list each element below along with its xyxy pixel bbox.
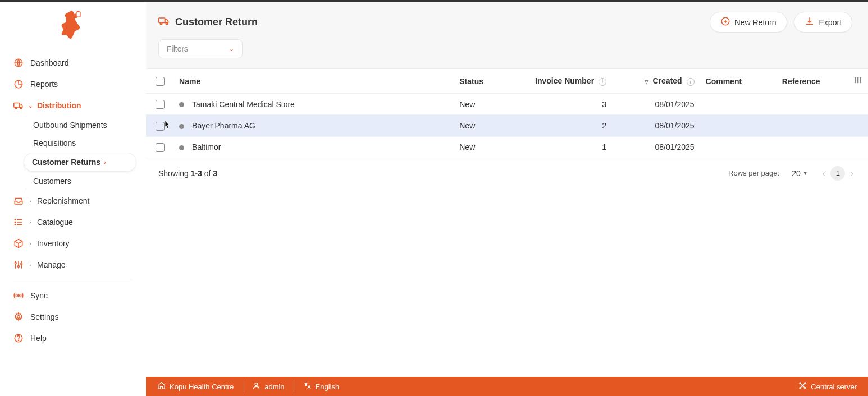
- cell-name: Bayer Pharma AG: [192, 121, 255, 130]
- info-icon[interactable]: i: [687, 78, 695, 86]
- table-row[interactable]: Tamaki Central Medical Store New 3 08/01…: [146, 94, 868, 115]
- sort-desc-icon: ▽: [645, 79, 648, 85]
- showing-text: Showing 1-3 of 3: [158, 169, 217, 178]
- subnav-label: Requisitions: [33, 139, 76, 148]
- subnav-outbound-shipments[interactable]: Outbound Shipments: [26, 116, 140, 134]
- filters-dropdown[interactable]: Filters ⌄: [158, 39, 243, 58]
- svg-point-19: [18, 295, 20, 297]
- main-content: Customer Return New Return Export: [146, 2, 868, 396]
- subnav-customers[interactable]: Customers: [26, 172, 140, 190]
- home-icon: [157, 381, 166, 392]
- app-logo: [0, 10, 146, 52]
- nav-label: Reports: [30, 80, 58, 89]
- pagination-controls: Rows per page: 20 ▼ ‹ 1 ›: [728, 166, 856, 181]
- app-root: Dashboard Reports ⌄ Distribution Outboun…: [0, 2, 868, 396]
- col-created-header[interactable]: ▽ Created i: [612, 69, 700, 94]
- select-all-checkbox[interactable]: [156, 77, 165, 86]
- nav-inventory[interactable]: › Inventory: [6, 233, 140, 254]
- column-settings-button[interactable]: [848, 69, 868, 94]
- caret-down-icon: ▼: [803, 171, 808, 176]
- svg-point-25: [166, 22, 167, 24]
- subnav-requisitions[interactable]: Requisitions: [26, 134, 140, 152]
- nav-manage[interactable]: › Manage: [6, 254, 140, 275]
- svg-point-20: [17, 316, 20, 319]
- nav-dashboard[interactable]: Dashboard: [6, 52, 140, 73]
- nav-label: Replenishment: [37, 196, 89, 205]
- footer-language[interactable]: English: [294, 381, 349, 392]
- col-status-header[interactable]: Status: [454, 69, 529, 94]
- nav-help[interactable]: Help: [6, 328, 140, 349]
- cell-created: 08/01/2025: [655, 121, 694, 130]
- cell-status: New: [459, 121, 475, 130]
- plus-circle-icon: [720, 16, 730, 28]
- col-reference-header[interactable]: Reference: [776, 69, 848, 94]
- footer-server[interactable]: Central server: [798, 381, 857, 392]
- info-icon[interactable]: i: [599, 78, 606, 86]
- truck-icon: [13, 100, 24, 110]
- nav-label: Dashboard: [30, 58, 69, 67]
- button-label: New Return: [735, 18, 776, 27]
- col-invoice-header[interactable]: Invoice Number i: [529, 69, 612, 94]
- gear-icon: [13, 312, 24, 322]
- prev-page-button[interactable]: ‹: [820, 167, 828, 180]
- table-row[interactable]: Bayer Pharma AG New 2 08/01/2025: [146, 115, 868, 136]
- svg-point-12: [15, 224, 16, 225]
- subnav-label: Customers: [33, 177, 71, 186]
- distribution-subnav: Outbound Shipments Requisitions Customer…: [26, 116, 140, 190]
- box-icon: [13, 238, 24, 248]
- subnav-customer-returns[interactable]: Customer Returns ›: [24, 153, 136, 171]
- download-icon: [805, 16, 815, 28]
- footer-store[interactable]: Kopu Health Centre: [157, 381, 243, 392]
- svg-rect-0: [76, 12, 80, 17]
- row-checkbox[interactable]: [156, 143, 165, 152]
- svg-point-10: [15, 219, 16, 220]
- nav-reports[interactable]: Reports: [6, 73, 140, 95]
- footer-user[interactable]: admin: [243, 381, 294, 392]
- row-checkbox[interactable]: [156, 122, 165, 131]
- nav-label: Distribution: [37, 101, 81, 110]
- nav-distribution[interactable]: ⌄ Distribution: [6, 95, 140, 116]
- row-checkbox[interactable]: [156, 100, 165, 109]
- action-bar: New Return Export: [710, 12, 852, 33]
- nav-sync[interactable]: Sync: [6, 285, 140, 306]
- pie-icon: [13, 79, 24, 89]
- nav-replenishment[interactable]: › Replenishment: [6, 190, 140, 211]
- rows-per-page-label: Rows per page:: [728, 169, 779, 177]
- col-name-header[interactable]: Name: [173, 69, 454, 94]
- cell-created: 08/01/2025: [655, 142, 694, 151]
- svg-point-22: [18, 340, 19, 340]
- svg-point-16: [15, 263, 16, 264]
- cell-invoice: 1: [602, 142, 606, 151]
- table-container: Name Status Invoice Number i ▽ Created i…: [146, 68, 868, 396]
- cell-name: Tamaki Central Medical Store: [192, 100, 295, 109]
- rows-per-page-select[interactable]: 20 ▼: [792, 169, 808, 178]
- svg-line-41: [803, 386, 805, 388]
- chevron-right-icon: ›: [104, 159, 106, 165]
- page-number[interactable]: 1: [830, 166, 845, 181]
- svg-line-39: [803, 383, 805, 385]
- table-row[interactable]: Baltimor New 1 08/01/2025: [146, 136, 868, 158]
- cell-name: Baltimor: [192, 142, 221, 151]
- next-page-button[interactable]: ›: [848, 167, 856, 180]
- button-label: Export: [819, 18, 842, 27]
- nav-label: Sync: [30, 291, 48, 300]
- nav-label: Settings: [30, 312, 59, 321]
- footer: Kopu Health Centre admin English: [146, 377, 868, 396]
- svg-rect-4: [14, 103, 20, 108]
- svg-rect-31: [860, 77, 861, 84]
- nav-settings[interactable]: Settings: [6, 306, 140, 328]
- chevron-right-icon: ›: [27, 198, 34, 204]
- col-comment-header[interactable]: Comment: [700, 69, 776, 94]
- nav-catalogue[interactable]: › Catalogue: [6, 211, 140, 233]
- export-button[interactable]: Export: [794, 12, 852, 33]
- pagination: Showing 1-3 of 3 Rows per page: 20 ▼ ‹ 1…: [146, 158, 868, 188]
- cell-invoice: 3: [602, 100, 606, 109]
- help-icon: [13, 333, 24, 343]
- returns-table: Name Status Invoice Number i ▽ Created i…: [146, 69, 868, 158]
- svg-point-5: [15, 107, 17, 109]
- network-icon: [798, 381, 807, 392]
- nav-label: Inventory: [37, 239, 70, 248]
- new-return-button[interactable]: New Return: [710, 12, 787, 33]
- svg-rect-29: [855, 77, 856, 84]
- truck-icon: [158, 15, 170, 29]
